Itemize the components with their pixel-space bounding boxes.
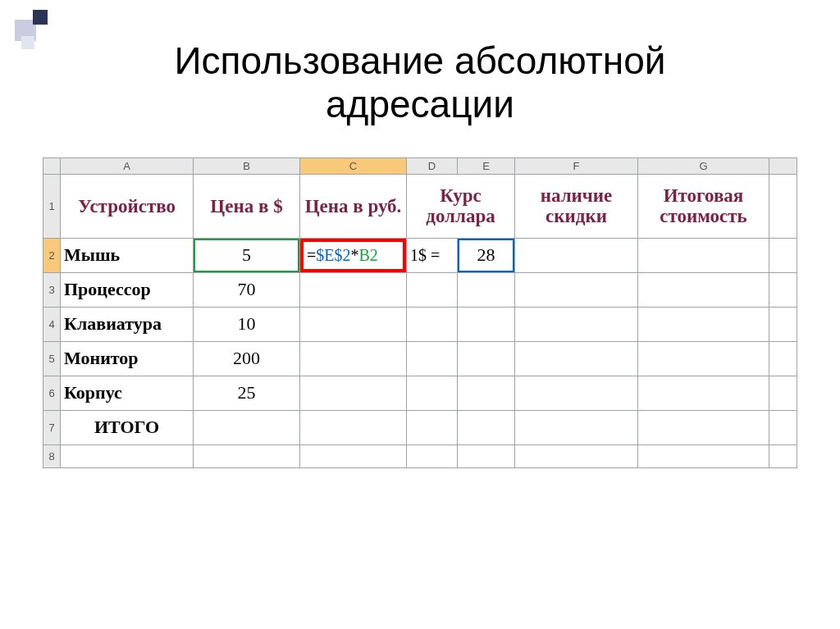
cell-blank[interactable]	[300, 342, 407, 376]
cell-price-usd[interactable]: 200	[194, 342, 300, 376]
cell-blank[interactable]	[458, 342, 515, 376]
cell-blank[interactable]	[300, 273, 407, 308]
table-row: Клавиатура 10	[61, 308, 797, 342]
cell-blank[interactable]	[638, 239, 769, 273]
formula-eq: =	[307, 246, 316, 265]
row-header-5[interactable]: 5	[43, 342, 61, 376]
cell-blank[interactable]	[407, 411, 458, 445]
cell-blank[interactable]	[769, 273, 797, 308]
cell-device[interactable]: Монитор	[61, 342, 194, 376]
cell-price-usd[interactable]: 10	[194, 308, 300, 342]
cell-blank[interactable]	[300, 308, 407, 342]
table-row: Мышь 5 =$E$2*B2 1$ = 28	[61, 239, 797, 273]
table-row: Устройство Цена в $ Цена в руб. Курс дол…	[61, 175, 797, 239]
cell-blank[interactable]	[769, 175, 797, 239]
header-rate[interactable]: Курс доллара	[407, 175, 515, 239]
cell-blank[interactable]	[638, 376, 769, 411]
cell-blank[interactable]	[407, 445, 458, 468]
cell-blank[interactable]	[458, 411, 515, 445]
cell-blank[interactable]	[407, 308, 458, 342]
col-header-b[interactable]: B	[194, 158, 300, 175]
cell-total-label[interactable]: ИТОГО	[61, 411, 194, 445]
slide-title: Использование абсолютной адресации	[0, 39, 840, 126]
cell-blank[interactable]	[61, 445, 194, 468]
cell-blank[interactable]	[769, 342, 797, 376]
cell-device[interactable]: Процессор	[61, 273, 194, 308]
title-line-2: адресации	[326, 83, 514, 125]
table-row: ИТОГО	[61, 411, 797, 445]
cell-blank[interactable]	[194, 445, 300, 468]
row-header-1[interactable]: 1	[43, 175, 61, 239]
header-device[interactable]: Устройство	[61, 175, 194, 239]
row-header-2[interactable]: 2	[43, 239, 61, 273]
cell-price-usd[interactable]: 25	[194, 376, 300, 411]
cell-blank[interactable]	[769, 411, 797, 445]
price-value: 5	[242, 244, 251, 266]
cell-blank[interactable]	[515, 445, 638, 468]
cell-blank[interactable]	[638, 308, 769, 342]
cell-blank[interactable]	[515, 411, 638, 445]
select-all-corner[interactable]	[43, 158, 61, 175]
title-line-1: Использование абсолютной	[174, 39, 665, 82]
cell-device[interactable]: Мышь	[61, 239, 194, 273]
col-header-f[interactable]: F	[515, 158, 638, 175]
cell-device[interactable]: Корпус	[61, 376, 194, 411]
cell-blank[interactable]	[769, 376, 797, 411]
row-header-6[interactable]: 6	[43, 376, 61, 411]
column-headers: A B C D E F G	[61, 158, 797, 175]
cell-blank[interactable]	[769, 239, 797, 273]
cell-rate-label[interactable]: 1$ =	[407, 239, 458, 273]
cell-price-usd[interactable]: 5	[194, 239, 300, 273]
formula-editor[interactable]: =$E$2*B2	[300, 239, 406, 272]
table-row: Корпус 25	[61, 376, 797, 411]
cell-device[interactable]: Клавиатура	[61, 308, 194, 342]
col-header-a[interactable]: A	[61, 158, 194, 175]
formula-rel-ref: B2	[359, 246, 378, 265]
header-price-usd[interactable]: Цена в $	[194, 175, 300, 239]
sheet-main: A B C D E F G Устройство Цена в $ Цена в…	[61, 158, 797, 468]
row-header-gutter: 1 2 3 4 5 6 7 8	[43, 158, 61, 468]
cell-blank[interactable]	[300, 376, 407, 411]
row-header-7[interactable]: 7	[43, 411, 61, 445]
cell-blank[interactable]	[300, 445, 407, 468]
header-discount[interactable]: наличие скидки	[515, 175, 638, 239]
cell-blank[interactable]	[458, 273, 515, 308]
cell-blank[interactable]	[769, 308, 797, 342]
cell-blank[interactable]	[515, 273, 638, 308]
cell-blank[interactable]	[458, 445, 515, 468]
cell-blank[interactable]	[638, 445, 769, 468]
cell-blank[interactable]	[300, 411, 407, 445]
table-row: Монитор 200	[61, 342, 797, 376]
cell-blank[interactable]	[638, 273, 769, 308]
cell-blank[interactable]	[407, 342, 458, 376]
spreadsheet: 1 2 3 4 5 6 7 8 A B C D E F G Устройство…	[43, 157, 797, 468]
cell-blank[interactable]	[769, 445, 797, 468]
table-row	[61, 445, 797, 468]
row-header-3[interactable]: 3	[43, 273, 61, 308]
cell-rate-value[interactable]: 28	[458, 239, 515, 273]
cell-blank[interactable]	[515, 342, 638, 376]
cell-blank[interactable]	[515, 239, 638, 273]
cell-blank[interactable]	[638, 411, 769, 445]
cell-formula[interactable]: =$E$2*B2	[300, 239, 407, 273]
col-header-e[interactable]: E	[458, 158, 515, 175]
row-header-8[interactable]: 8	[43, 445, 61, 468]
cell-blank[interactable]	[515, 376, 638, 411]
cell-blank[interactable]	[407, 273, 458, 308]
slide-corner-decoration	[15, 10, 64, 49]
col-header-d[interactable]: D	[407, 158, 458, 175]
col-header-c[interactable]: C	[300, 158, 407, 175]
col-header-tail	[769, 158, 797, 175]
cell-blank[interactable]	[515, 308, 638, 342]
header-total[interactable]: Итоговая стоимость	[638, 175, 769, 239]
cell-blank[interactable]	[458, 376, 515, 411]
col-header-g[interactable]: G	[638, 158, 769, 175]
cell-blank[interactable]	[638, 342, 769, 376]
formula-abs-ref: $E$2	[316, 246, 350, 265]
row-header-4[interactable]: 4	[43, 308, 61, 342]
header-price-rub[interactable]: Цена в руб.	[300, 175, 407, 239]
cell-blank[interactable]	[458, 308, 515, 342]
cell-price-usd[interactable]: 70	[194, 273, 300, 308]
cell-blank[interactable]	[194, 411, 300, 445]
cell-blank[interactable]	[407, 376, 458, 411]
